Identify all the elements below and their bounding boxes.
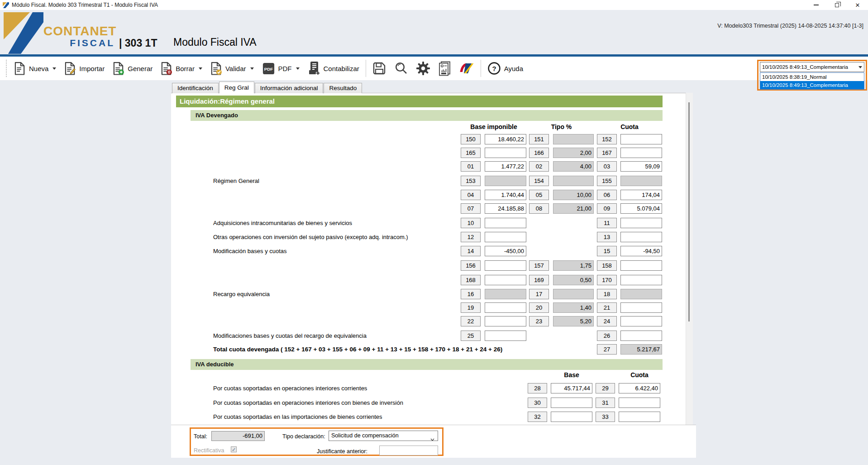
field-code-169[interactable]: 169 — [529, 275, 549, 285]
toolbar-guardar-button[interactable] — [368, 60, 390, 77]
field-code-29[interactable]: 29 — [596, 383, 615, 393]
minimize-button[interactable] — [806, 0, 826, 10]
toolbar-informe-button[interactable] — [434, 59, 455, 78]
field-code-153[interactable]: 153 — [461, 176, 481, 186]
field-value-33[interactable] — [619, 412, 660, 422]
field-code-167[interactable]: 167 — [597, 148, 617, 158]
field-value-15[interactable]: -94,50 — [620, 246, 662, 256]
field-value-14[interactable]: -450,00 — [485, 246, 526, 256]
field-value-31[interactable] — [619, 398, 660, 408]
field-code-17[interactable]: 17 — [529, 289, 549, 299]
field-code-02[interactable]: 02 — [529, 161, 549, 172]
toolbar-importar-button[interactable]: Importar — [60, 60, 109, 77]
field-code-11[interactable]: 11 — [597, 218, 617, 228]
tab-informacion-adicional[interactable]: Información adicional — [255, 83, 324, 93]
field-code-28[interactable]: 28 — [528, 383, 547, 393]
field-code-05[interactable]: 05 — [529, 190, 549, 200]
field-value-168[interactable] — [485, 275, 526, 285]
field-code-12[interactable]: 12 — [461, 232, 481, 242]
field-code-152[interactable]: 152 — [597, 134, 617, 144]
field-value-09[interactable]: 5.079,04 — [620, 203, 662, 214]
field-value-26[interactable] — [620, 331, 662, 341]
field-value-04[interactable]: 1.740,44 — [485, 190, 526, 200]
field-code-03[interactable]: 03 — [597, 161, 617, 172]
field-value-165[interactable] — [485, 148, 526, 158]
toolbar-nueva-button[interactable]: Nueva — [10, 60, 60, 77]
field-code-166[interactable]: 166 — [529, 148, 549, 158]
toolbar-configuracion-button[interactable] — [412, 59, 434, 77]
field-code-21[interactable]: 21 — [597, 302, 617, 313]
field-code-26[interactable]: 26 — [597, 331, 617, 341]
declaration-combo[interactable]: 10/10/2025 8:49:13_Complementaria — [760, 62, 864, 72]
field-code-04[interactable]: 04 — [461, 190, 481, 200]
toolbar-contabilizar-button[interactable]: Contabilizar — [304, 59, 363, 78]
field-code-10[interactable]: 10 — [461, 218, 481, 228]
toolbar-pdf-button[interactable]: PDFPDF — [258, 60, 304, 77]
field-code-170[interactable]: 170 — [597, 275, 617, 285]
scrollbar-thumb[interactable] — [688, 102, 690, 321]
field-code-31[interactable]: 31 — [596, 398, 615, 408]
toolbar-ayuda-button[interactable]: ?Ayuda — [483, 60, 527, 77]
field-value-29[interactable]: 6.422,40 — [619, 383, 660, 393]
field-value-11[interactable] — [620, 218, 662, 228]
field-code-09[interactable]: 09 — [597, 203, 617, 214]
field-code-14[interactable]: 14 — [461, 246, 481, 256]
field-value-01[interactable]: 1.477,22 — [485, 161, 526, 172]
field-value-158[interactable] — [620, 260, 662, 271]
field-code-151[interactable]: 151 — [529, 134, 549, 144]
field-code-23[interactable]: 23 — [529, 316, 549, 326]
toolbar-borrar-button[interactable]: Borrar — [157, 60, 206, 77]
field-value-19[interactable] — [485, 302, 526, 313]
field-code-168[interactable]: 168 — [461, 275, 481, 285]
field-code-158[interactable]: 158 — [597, 260, 617, 271]
toolbar-generar-button[interactable]: Generar — [109, 60, 157, 77]
restore-button[interactable] — [826, 0, 847, 10]
field-value-150[interactable]: 18.460,22 — [485, 134, 526, 144]
field-code-15[interactable]: 15 — [597, 246, 617, 256]
field-code-155[interactable]: 155 — [597, 176, 617, 186]
field-code-06[interactable]: 06 — [597, 190, 617, 200]
field-code-07[interactable]: 07 — [461, 203, 481, 214]
field-code-19[interactable]: 19 — [461, 302, 481, 313]
field-code-33[interactable]: 33 — [596, 412, 615, 422]
field-code-154[interactable]: 154 — [529, 176, 549, 186]
toolbar-aeat-button[interactable] — [455, 60, 478, 77]
justificante-anterior-field[interactable] — [379, 446, 438, 455]
close-button[interactable]: ✕ — [847, 0, 868, 10]
field-code-13[interactable]: 13 — [597, 232, 617, 242]
field-value-25[interactable] — [485, 331, 526, 341]
field-value-167[interactable] — [620, 148, 662, 158]
field-value-22[interactable] — [485, 316, 526, 326]
tab-identificacion[interactable]: Identificación — [172, 83, 219, 93]
declaration-option-0[interactable]: 10/10/2025 8:38:19_Normal — [760, 73, 864, 81]
field-value-24[interactable] — [620, 316, 662, 326]
field-code-25[interactable]: 25 — [461, 331, 481, 341]
field-code-08[interactable]: 08 — [529, 203, 549, 214]
tab-resultado[interactable]: Resultado — [324, 83, 362, 93]
field-code-24[interactable]: 24 — [597, 316, 617, 326]
field-value-13[interactable] — [620, 232, 662, 242]
tab-reg-gral[interactable]: Reg Gral — [219, 81, 254, 93]
field-value-32[interactable] — [551, 412, 592, 422]
field-value-06[interactable]: 174,04 — [620, 190, 662, 200]
field-code-27[interactable]: 27 — [597, 344, 617, 355]
field-code-01[interactable]: 01 — [461, 161, 481, 172]
field-code-18[interactable]: 18 — [597, 289, 617, 299]
toolbar-validar-button[interactable]: Validar — [206, 60, 258, 77]
field-code-32[interactable]: 32 — [528, 412, 547, 422]
field-code-20[interactable]: 20 — [529, 302, 549, 313]
declaration-option-1[interactable]: 10/10/2025 8:49:13_Complementaria — [760, 81, 864, 89]
field-value-28[interactable]: 45.717,44 — [551, 383, 592, 393]
field-code-157[interactable]: 157 — [529, 260, 549, 271]
field-value-12[interactable] — [485, 232, 526, 242]
field-value-10[interactable] — [485, 218, 526, 228]
field-value-03[interactable]: 59,09 — [620, 161, 662, 172]
tipo-declaracion-combo[interactable]: Solicitud de compensación — [329, 431, 438, 441]
toolbar-buscar-button[interactable] — [390, 60, 412, 77]
field-code-165[interactable]: 165 — [461, 148, 481, 158]
field-value-156[interactable] — [485, 260, 526, 271]
field-value-21[interactable] — [620, 302, 662, 313]
field-code-30[interactable]: 30 — [528, 398, 547, 408]
field-code-22[interactable]: 22 — [461, 316, 481, 326]
field-value-30[interactable] — [551, 398, 592, 408]
